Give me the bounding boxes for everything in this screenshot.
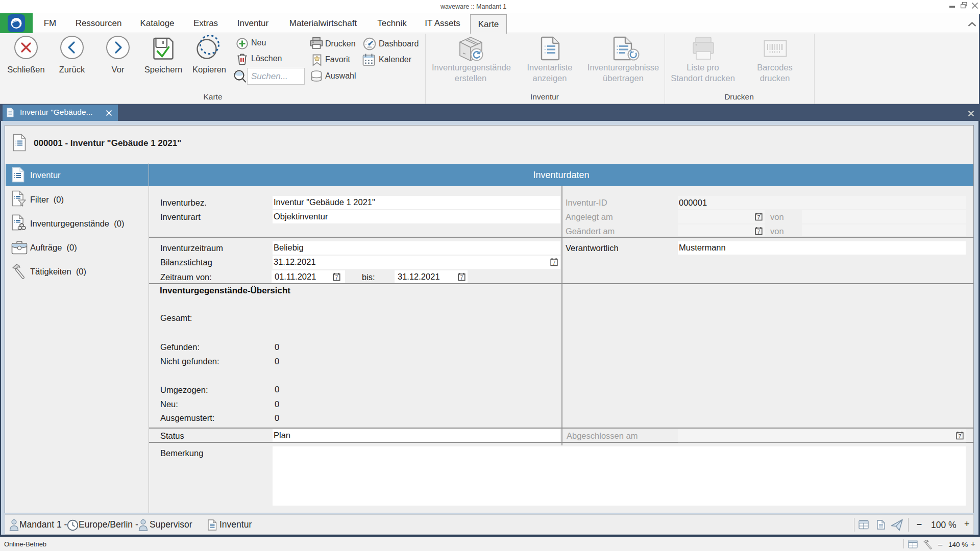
svg-text:7: 7 <box>335 275 338 281</box>
svg-text:7: 7 <box>959 434 962 439</box>
svg-text:7: 7 <box>553 260 556 266</box>
svg-text:7: 7 <box>757 215 761 220</box>
svg-text:7: 7 <box>460 275 463 281</box>
svg-text:7: 7 <box>757 229 761 235</box>
